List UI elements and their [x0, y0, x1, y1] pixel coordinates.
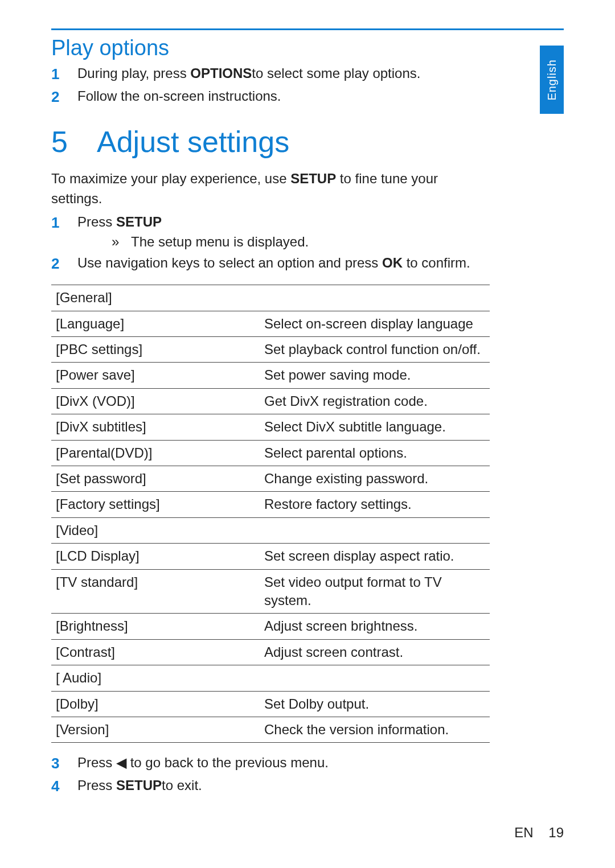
- setting-description: Set power saving mode.: [260, 363, 490, 388]
- page-footer: EN 19: [514, 825, 564, 841]
- step-number: 4: [51, 776, 77, 797]
- setting-key: [Set password]: [51, 466, 260, 491]
- setting-key: [DivX (VOD)]: [51, 388, 260, 414]
- setting-description: Set Dolby output.: [260, 691, 490, 717]
- table-row: [Power save]Set power saving mode.: [51, 363, 490, 388]
- table-row: [Factory settings]Restore factory settin…: [51, 492, 490, 517]
- setting-key: [Dolby]: [51, 691, 260, 717]
- result-arrow-icon: »: [112, 232, 131, 252]
- chapter-title: Adjust settings: [97, 125, 289, 159]
- setting-key: [TV standard]: [51, 569, 260, 614]
- setting-key: [PBC settings]: [51, 337, 260, 363]
- setting-description: [260, 285, 490, 311]
- table-row: [General]: [51, 285, 490, 311]
- chapter-heading: 5 Adjust settings: [51, 125, 490, 159]
- setting-key: [Power save]: [51, 363, 260, 388]
- setting-key: [ Audio]: [51, 665, 260, 691]
- table-row: [DivX subtitles]Select DivX subtitle lan…: [51, 414, 490, 440]
- table-row: [Parental(DVD)]Select parental options.: [51, 440, 490, 466]
- step-text: Follow the on-screen instructions.: [77, 87, 490, 106]
- sub-step-text: The setup menu is displayed.: [131, 234, 309, 249]
- sub-step: »The setup menu is displayed.: [112, 232, 490, 252]
- setting-key: [Factory settings]: [51, 492, 260, 517]
- setting-key: [Language]: [51, 311, 260, 336]
- table-row: [Version]Check the version information.: [51, 717, 490, 742]
- intro-text: To maximize your play experience, use: [51, 171, 290, 186]
- play-step-1: 1 During play, press OPTIONSto select so…: [51, 64, 490, 85]
- table-row: [LCD Display]Set screen display aspect r…: [51, 544, 490, 569]
- step-number: 3: [51, 753, 77, 775]
- adjust-step-3: 3 Press ◀ to go back to the previous men…: [51, 753, 490, 775]
- step-number: 1: [51, 64, 77, 85]
- table-row: [TV standard]Set video output format to …: [51, 569, 490, 614]
- ok-key-label: OK: [382, 255, 403, 270]
- step-text: to go back to the previous menu.: [126, 755, 329, 770]
- setting-key: [Contrast]: [51, 639, 260, 665]
- setting-description: Restore factory settings.: [260, 492, 490, 517]
- setting-description: Get DivX registration code.: [260, 388, 490, 414]
- setting-description: Set playback control function on/off.: [260, 337, 490, 363]
- step-text: During play, press: [77, 65, 190, 81]
- step-number: 2: [51, 253, 77, 275]
- setting-key: [Brightness]: [51, 614, 260, 639]
- setup-key-label: SETUP: [290, 171, 336, 186]
- table-row: [Set password]Change existing password.: [51, 466, 490, 491]
- adjust-step-2: 2 Use navigation keys to select an optio…: [51, 253, 490, 275]
- footer-lang: EN: [514, 825, 533, 840]
- setting-description: Change existing password.: [260, 466, 490, 491]
- language-tab-label: English: [546, 59, 559, 101]
- step-text: Use navigation keys to select an option …: [77, 255, 382, 270]
- setup-key-label: SETUP: [116, 214, 162, 229]
- setting-description: Select parental options.: [260, 440, 490, 466]
- setting-description: Select DivX subtitle language.: [260, 414, 490, 440]
- step-text: to select some play options.: [252, 65, 420, 81]
- play-options-heading: Play options: [51, 36, 490, 60]
- setting-key: [Video]: [51, 517, 260, 543]
- setting-key: [General]: [51, 285, 260, 311]
- step-text: Press: [77, 214, 116, 229]
- step-text: to confirm.: [403, 255, 470, 270]
- table-row: [ Audio]: [51, 665, 490, 691]
- setup-key-label: SETUP: [116, 778, 162, 793]
- table-row: [Contrast]Adjust screen contrast.: [51, 639, 490, 665]
- play-step-2: 2 Follow the on-screen instructions.: [51, 87, 490, 108]
- setting-key: [DivX subtitles]: [51, 414, 260, 440]
- language-tab: English: [540, 46, 564, 114]
- table-row: [Video]: [51, 517, 490, 543]
- table-row: [PBC settings]Set playback control funct…: [51, 337, 490, 363]
- left-arrow-icon: ◀: [116, 755, 126, 770]
- step-number: 2: [51, 87, 77, 108]
- setting-description: Adjust screen contrast.: [260, 639, 490, 665]
- step-number: 1: [51, 212, 77, 234]
- setting-key: [Parental(DVD)]: [51, 440, 260, 466]
- table-row: [Dolby]Set Dolby output.: [51, 691, 490, 717]
- setting-description: [260, 665, 490, 691]
- chapter-intro: To maximize your play experience, use SE…: [51, 169, 490, 209]
- step-text: Press: [77, 778, 116, 793]
- table-row: [Language]Select on-screen display langu…: [51, 311, 490, 336]
- table-row: [Brightness]Adjust screen brightness.: [51, 614, 490, 639]
- options-key-label: OPTIONS: [190, 65, 252, 81]
- step-text: to exit.: [162, 778, 202, 793]
- setting-description: Select on-screen display language: [260, 311, 490, 336]
- setting-description: Adjust screen brightness.: [260, 614, 490, 639]
- adjust-step-4: 4 Press SETUPto exit.: [51, 776, 490, 797]
- adjust-step-1: 1 Press SETUP »The setup menu is display…: [51, 212, 490, 252]
- footer-page-number: 19: [548, 825, 564, 840]
- setting-description: Set video output format to TV system.: [260, 569, 490, 614]
- setting-key: [LCD Display]: [51, 544, 260, 569]
- table-row: [DivX (VOD)]Get DivX registration code.: [51, 388, 490, 414]
- setting-key: [Version]: [51, 717, 260, 742]
- setting-description: [260, 517, 490, 543]
- setting-description: Set screen display aspect ratio.: [260, 544, 490, 569]
- setting-description: Check the version information.: [260, 717, 490, 742]
- step-text: Press: [77, 755, 116, 770]
- top-rule: [51, 28, 564, 30]
- settings-table: [General][Language]Select on-screen disp…: [51, 285, 490, 743]
- chapter-number: 5: [51, 125, 97, 159]
